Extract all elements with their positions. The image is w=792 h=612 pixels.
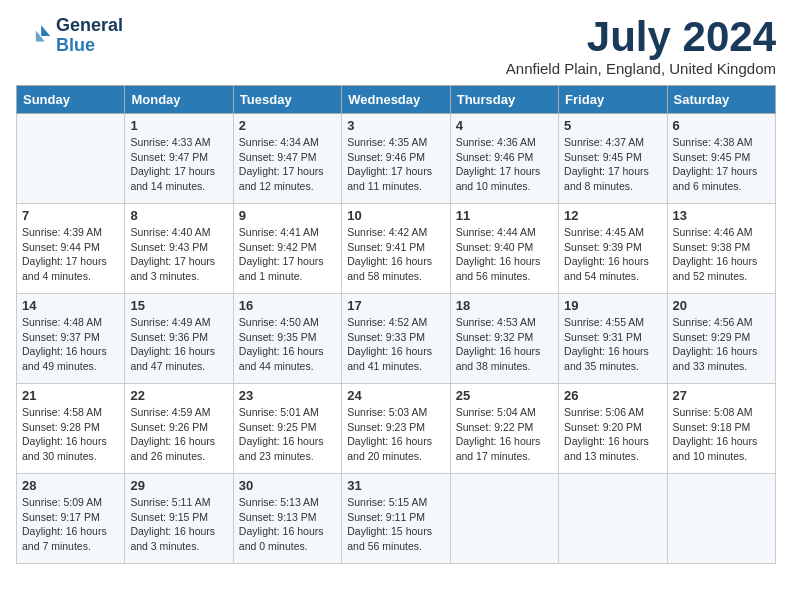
calendar-cell: 7Sunrise: 4:39 AMSunset: 9:44 PMDaylight… bbox=[17, 204, 125, 294]
calendar-week-1: 1Sunrise: 4:33 AMSunset: 9:47 PMDaylight… bbox=[17, 114, 776, 204]
day-number: 2 bbox=[239, 118, 336, 133]
weekday-header-monday: Monday bbox=[125, 86, 233, 114]
day-number: 18 bbox=[456, 298, 553, 313]
day-info: Sunrise: 4:33 AMSunset: 9:47 PMDaylight:… bbox=[130, 135, 227, 194]
calendar-cell: 29Sunrise: 5:11 AMSunset: 9:15 PMDayligh… bbox=[125, 474, 233, 564]
day-info: Sunrise: 4:59 AMSunset: 9:26 PMDaylight:… bbox=[130, 405, 227, 464]
day-info: Sunrise: 5:15 AMSunset: 9:11 PMDaylight:… bbox=[347, 495, 444, 554]
calendar-cell: 6Sunrise: 4:38 AMSunset: 9:45 PMDaylight… bbox=[667, 114, 775, 204]
calendar-cell: 9Sunrise: 4:41 AMSunset: 9:42 PMDaylight… bbox=[233, 204, 341, 294]
day-number: 7 bbox=[22, 208, 119, 223]
day-number: 23 bbox=[239, 388, 336, 403]
calendar-cell: 19Sunrise: 4:55 AMSunset: 9:31 PMDayligh… bbox=[559, 294, 667, 384]
day-info: Sunrise: 4:39 AMSunset: 9:44 PMDaylight:… bbox=[22, 225, 119, 284]
calendar-week-3: 14Sunrise: 4:48 AMSunset: 9:37 PMDayligh… bbox=[17, 294, 776, 384]
day-number: 9 bbox=[239, 208, 336, 223]
page-header: General Blue July 2024 Annfield Plain, E… bbox=[16, 16, 776, 77]
calendar-cell bbox=[559, 474, 667, 564]
calendar-cell: 27Sunrise: 5:08 AMSunset: 9:18 PMDayligh… bbox=[667, 384, 775, 474]
day-number: 12 bbox=[564, 208, 661, 223]
location: Annfield Plain, England, United Kingdom bbox=[506, 60, 776, 77]
calendar-week-4: 21Sunrise: 4:58 AMSunset: 9:28 PMDayligh… bbox=[17, 384, 776, 474]
weekday-header-sunday: Sunday bbox=[17, 86, 125, 114]
day-number: 11 bbox=[456, 208, 553, 223]
calendar-cell: 13Sunrise: 4:46 AMSunset: 9:38 PMDayligh… bbox=[667, 204, 775, 294]
day-info: Sunrise: 4:48 AMSunset: 9:37 PMDaylight:… bbox=[22, 315, 119, 374]
calendar-cell: 12Sunrise: 4:45 AMSunset: 9:39 PMDayligh… bbox=[559, 204, 667, 294]
calendar-cell bbox=[667, 474, 775, 564]
day-number: 3 bbox=[347, 118, 444, 133]
weekday-header-thursday: Thursday bbox=[450, 86, 558, 114]
day-info: Sunrise: 4:52 AMSunset: 9:33 PMDaylight:… bbox=[347, 315, 444, 374]
day-number: 5 bbox=[564, 118, 661, 133]
day-number: 15 bbox=[130, 298, 227, 313]
day-info: Sunrise: 4:40 AMSunset: 9:43 PMDaylight:… bbox=[130, 225, 227, 284]
day-number: 19 bbox=[564, 298, 661, 313]
calendar-cell: 22Sunrise: 4:59 AMSunset: 9:26 PMDayligh… bbox=[125, 384, 233, 474]
day-number: 30 bbox=[239, 478, 336, 493]
calendar-cell: 25Sunrise: 5:04 AMSunset: 9:22 PMDayligh… bbox=[450, 384, 558, 474]
calendar-cell: 28Sunrise: 5:09 AMSunset: 9:17 PMDayligh… bbox=[17, 474, 125, 564]
calendar-cell: 14Sunrise: 4:48 AMSunset: 9:37 PMDayligh… bbox=[17, 294, 125, 384]
day-info: Sunrise: 4:56 AMSunset: 9:29 PMDaylight:… bbox=[673, 315, 770, 374]
day-number: 1 bbox=[130, 118, 227, 133]
day-number: 22 bbox=[130, 388, 227, 403]
calendar-cell: 3Sunrise: 4:35 AMSunset: 9:46 PMDaylight… bbox=[342, 114, 450, 204]
logo-text: General Blue bbox=[56, 16, 123, 56]
calendar-week-2: 7Sunrise: 4:39 AMSunset: 9:44 PMDaylight… bbox=[17, 204, 776, 294]
day-info: Sunrise: 5:01 AMSunset: 9:25 PMDaylight:… bbox=[239, 405, 336, 464]
day-number: 26 bbox=[564, 388, 661, 403]
calendar-cell: 11Sunrise: 4:44 AMSunset: 9:40 PMDayligh… bbox=[450, 204, 558, 294]
weekday-header-wednesday: Wednesday bbox=[342, 86, 450, 114]
calendar-cell: 20Sunrise: 4:56 AMSunset: 9:29 PMDayligh… bbox=[667, 294, 775, 384]
calendar-cell: 8Sunrise: 4:40 AMSunset: 9:43 PMDaylight… bbox=[125, 204, 233, 294]
day-info: Sunrise: 4:37 AMSunset: 9:45 PMDaylight:… bbox=[564, 135, 661, 194]
day-info: Sunrise: 4:49 AMSunset: 9:36 PMDaylight:… bbox=[130, 315, 227, 374]
calendar-week-5: 28Sunrise: 5:09 AMSunset: 9:17 PMDayligh… bbox=[17, 474, 776, 564]
month-title: July 2024 bbox=[506, 16, 776, 58]
day-number: 13 bbox=[673, 208, 770, 223]
day-info: Sunrise: 4:35 AMSunset: 9:46 PMDaylight:… bbox=[347, 135, 444, 194]
weekday-header-saturday: Saturday bbox=[667, 86, 775, 114]
calendar-cell: 15Sunrise: 4:49 AMSunset: 9:36 PMDayligh… bbox=[125, 294, 233, 384]
day-info: Sunrise: 4:45 AMSunset: 9:39 PMDaylight:… bbox=[564, 225, 661, 284]
calendar-cell: 5Sunrise: 4:37 AMSunset: 9:45 PMDaylight… bbox=[559, 114, 667, 204]
day-info: Sunrise: 4:42 AMSunset: 9:41 PMDaylight:… bbox=[347, 225, 444, 284]
day-info: Sunrise: 4:50 AMSunset: 9:35 PMDaylight:… bbox=[239, 315, 336, 374]
day-info: Sunrise: 5:04 AMSunset: 9:22 PMDaylight:… bbox=[456, 405, 553, 464]
day-number: 24 bbox=[347, 388, 444, 403]
calendar-cell: 17Sunrise: 4:52 AMSunset: 9:33 PMDayligh… bbox=[342, 294, 450, 384]
calendar-cell: 4Sunrise: 4:36 AMSunset: 9:46 PMDaylight… bbox=[450, 114, 558, 204]
day-info: Sunrise: 4:44 AMSunset: 9:40 PMDaylight:… bbox=[456, 225, 553, 284]
day-number: 27 bbox=[673, 388, 770, 403]
day-number: 16 bbox=[239, 298, 336, 313]
day-info: Sunrise: 5:08 AMSunset: 9:18 PMDaylight:… bbox=[673, 405, 770, 464]
calendar-cell: 16Sunrise: 4:50 AMSunset: 9:35 PMDayligh… bbox=[233, 294, 341, 384]
calendar-cell: 10Sunrise: 4:42 AMSunset: 9:41 PMDayligh… bbox=[342, 204, 450, 294]
calendar-cell bbox=[450, 474, 558, 564]
logo-icon bbox=[16, 18, 52, 54]
day-info: Sunrise: 4:41 AMSunset: 9:42 PMDaylight:… bbox=[239, 225, 336, 284]
day-number: 28 bbox=[22, 478, 119, 493]
day-number: 20 bbox=[673, 298, 770, 313]
weekday-header-friday: Friday bbox=[559, 86, 667, 114]
weekday-header-tuesday: Tuesday bbox=[233, 86, 341, 114]
day-number: 31 bbox=[347, 478, 444, 493]
day-info: Sunrise: 4:46 AMSunset: 9:38 PMDaylight:… bbox=[673, 225, 770, 284]
day-info: Sunrise: 4:36 AMSunset: 9:46 PMDaylight:… bbox=[456, 135, 553, 194]
day-number: 4 bbox=[456, 118, 553, 133]
day-info: Sunrise: 4:53 AMSunset: 9:32 PMDaylight:… bbox=[456, 315, 553, 374]
calendar-cell: 1Sunrise: 4:33 AMSunset: 9:47 PMDaylight… bbox=[125, 114, 233, 204]
day-info: Sunrise: 4:58 AMSunset: 9:28 PMDaylight:… bbox=[22, 405, 119, 464]
weekday-header-row: SundayMondayTuesdayWednesdayThursdayFrid… bbox=[17, 86, 776, 114]
day-info: Sunrise: 5:13 AMSunset: 9:13 PMDaylight:… bbox=[239, 495, 336, 554]
day-number: 21 bbox=[22, 388, 119, 403]
day-info: Sunrise: 4:38 AMSunset: 9:45 PMDaylight:… bbox=[673, 135, 770, 194]
day-info: Sunrise: 5:11 AMSunset: 9:15 PMDaylight:… bbox=[130, 495, 227, 554]
day-info: Sunrise: 4:34 AMSunset: 9:47 PMDaylight:… bbox=[239, 135, 336, 194]
calendar-table: SundayMondayTuesdayWednesdayThursdayFrid… bbox=[16, 85, 776, 564]
day-info: Sunrise: 5:09 AMSunset: 9:17 PMDaylight:… bbox=[22, 495, 119, 554]
day-info: Sunrise: 5:03 AMSunset: 9:23 PMDaylight:… bbox=[347, 405, 444, 464]
calendar-cell: 31Sunrise: 5:15 AMSunset: 9:11 PMDayligh… bbox=[342, 474, 450, 564]
day-number: 29 bbox=[130, 478, 227, 493]
